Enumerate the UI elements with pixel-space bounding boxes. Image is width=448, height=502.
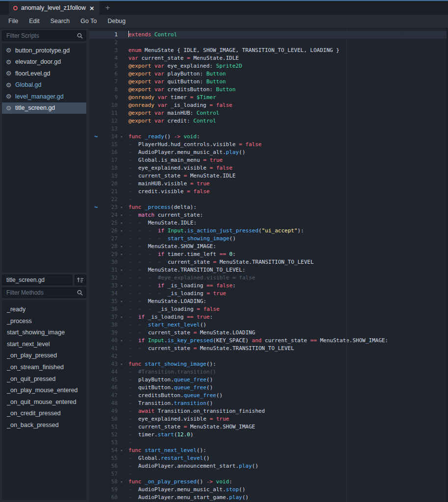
- line-number: 59: [103, 486, 118, 494]
- code-token: @export: [128, 110, 151, 116]
- code-token: (): [206, 384, 213, 391]
- script-item[interactable]: ⚙Global.gd: [2, 79, 86, 91]
- method-item[interactable]: start_next_level: [2, 339, 86, 351]
- fold-arrow-icon[interactable]: ▾: [118, 211, 125, 219]
- fold-arrow-icon[interactable]: ▾: [118, 337, 125, 345]
- code-text: »: [125, 439, 138, 446]
- method-item[interactable]: start_showing_image: [2, 327, 86, 339]
- code-text: »AudioPlayer.menu_music_alt.stop(): [125, 486, 246, 493]
- indent-marker: »: [128, 400, 138, 407]
- indent-marker: »: [128, 313, 138, 321]
- indent-marker: »: [138, 235, 148, 243]
- tab-anomaly-level-z1follow[interactable]: anomaly_level_z1follow ×: [9, 1, 100, 15]
- method-item[interactable]: _on_back_pressed: [2, 420, 86, 431]
- code-token: match: [138, 212, 154, 218]
- menu-item-file[interactable]: File: [3, 15, 24, 28]
- code-token: AudioPlayer.menu_start_game.: [138, 494, 229, 501]
- fold-arrow-icon[interactable]: ▾: [118, 266, 125, 274]
- method-item[interactable]: _process: [2, 316, 86, 327]
- fold-arrow-icon[interactable]: ▾: [118, 360, 125, 368]
- method-item[interactable]: _on_quit_mouse_entered: [2, 397, 86, 408]
- indent-marker: »: [138, 305, 148, 313]
- code-text: »»»#eye_explained.visible = false: [125, 275, 255, 281]
- code-line: 24▾»match current_state:: [89, 211, 448, 219]
- method-item[interactable]: _ready: [2, 304, 86, 316]
- indent-marker: »: [128, 337, 138, 345]
- menu-item-go-to[interactable]: Go To: [75, 15, 102, 28]
- code-token: _is_loading: [168, 290, 206, 297]
- script-item[interactable]: ⚙floorLevel.gd: [2, 68, 86, 79]
- code-token: Button: [206, 71, 226, 77]
- method-item[interactable]: _on_quit_pressed: [2, 374, 86, 385]
- indent-marker: »: [128, 470, 138, 478]
- code-token: func: [128, 361, 142, 367]
- fold-arrow-icon[interactable]: ▾: [118, 227, 125, 235]
- fold-arrow-icon[interactable]: ▾: [118, 282, 125, 290]
- method-item[interactable]: _on_play_mouse_entered: [2, 385, 86, 397]
- fold-arrow-icon[interactable]: ▾: [118, 251, 125, 258]
- code-token: [151, 31, 154, 38]
- line-number: 38: [103, 321, 118, 329]
- code-token: start: [158, 431, 174, 438]
- menu-item-debug[interactable]: Debug: [102, 15, 131, 28]
- line-number: 37: [103, 313, 118, 321]
- code-token: current_state:: [154, 212, 203, 218]
- menu-item-search[interactable]: Search: [45, 15, 75, 28]
- gear-icon: ⚙: [5, 104, 12, 112]
- indent-marker: »: [128, 431, 138, 439]
- fold-arrow-icon[interactable]: ▾: [118, 203, 125, 211]
- code-token: if: [158, 251, 164, 257]
- code-token: AudioPlayer.menu_music_alt.: [138, 486, 226, 493]
- methods-filter-input[interactable]: [2, 287, 86, 298]
- line-number: 57: [103, 470, 118, 478]
- code-text: »timer.start(12.0): [125, 431, 194, 438]
- script-item[interactable]: ⚙level_manager.gd: [2, 91, 86, 102]
- code-line: 26▾»»»if Input.is_action_just_pressed("u…: [89, 227, 448, 235]
- current-script-field[interactable]: [2, 275, 73, 285]
- code-text: »»current_state = MenuState.TRANSITION_T…: [125, 345, 294, 351]
- indent-marker: »: [138, 258, 148, 266]
- script-item[interactable]: ⚙title_screen.gd: [2, 102, 86, 114]
- scripts-filter-input[interactable]: [2, 30, 86, 41]
- code-token: _is_loading: [158, 306, 197, 312]
- menu-item-edit[interactable]: Edit: [24, 15, 45, 28]
- method-item[interactable]: _on_play_pressed: [2, 350, 86, 362]
- line-number: 22: [103, 196, 118, 203]
- code-token: Control: [193, 118, 216, 124]
- code-line: 45»playButton.queue_free(): [89, 376, 448, 384]
- code-text: »»»»_is_loading = true: [125, 290, 226, 297]
- code-token: Global.is_main_menu: [138, 157, 203, 163]
- method-item[interactable]: _on_credit_pressed: [2, 408, 86, 420]
- fold-arrow-icon[interactable]: ▾: [118, 219, 125, 227]
- fold-arrow-icon[interactable]: ▾: [118, 478, 125, 486]
- fold-arrow-icon[interactable]: ▾: [118, 447, 125, 454]
- code-text: »current_state = MenuState.SHOW_IMAGE: [125, 424, 255, 430]
- close-icon[interactable]: ×: [89, 4, 95, 12]
- fold-arrow-icon[interactable]: ▾: [118, 313, 125, 321]
- code-token: ==: [310, 337, 317, 344]
- indent-marker: »: [128, 251, 138, 258]
- code-line: 56»AudioPlayer.announcement_start.play(): [89, 462, 448, 470]
- code-token: Sprite2D: [216, 63, 242, 69]
- fold-arrow-icon[interactable]: ▾: [118, 298, 125, 305]
- code-token: mainHUB:: [164, 110, 197, 116]
- code-line: 25▾»»MenuState.IDLE:: [89, 219, 448, 227]
- script-item[interactable]: ⚙button_prototype.gd: [2, 45, 86, 56]
- script-item[interactable]: ⚙elevator_door.gd: [2, 56, 86, 68]
- code-editor[interactable]: 1extends Control23enum MenuState { IDLE,…: [89, 28, 448, 502]
- fold-arrow-icon[interactable]: ▾: [118, 133, 125, 141]
- code-line: 32»»»#eye_explained.visible = false: [89, 274, 448, 282]
- fold-arrow-icon[interactable]: ▾: [118, 243, 125, 251]
- code-token: is_key_pressed: [168, 337, 213, 344]
- code-token: playButton:: [164, 71, 206, 77]
- code-token: enum: [128, 47, 142, 53]
- code-token: (): [197, 478, 206, 485]
- sidebar: ⚙button_prototype.gd⚙elevator_door.gd⚙fl…: [0, 28, 88, 502]
- code-token: mainHUB.visible: [138, 180, 190, 187]
- line-number: 49: [103, 407, 118, 415]
- sort-methods-button[interactable]: [75, 275, 86, 285]
- line-number: 30: [103, 258, 118, 266]
- code-text: »mainHUB.visible = true: [125, 180, 210, 187]
- new-tab-button[interactable]: +: [100, 1, 116, 15]
- method-item[interactable]: _on_stream_finished: [2, 362, 86, 374]
